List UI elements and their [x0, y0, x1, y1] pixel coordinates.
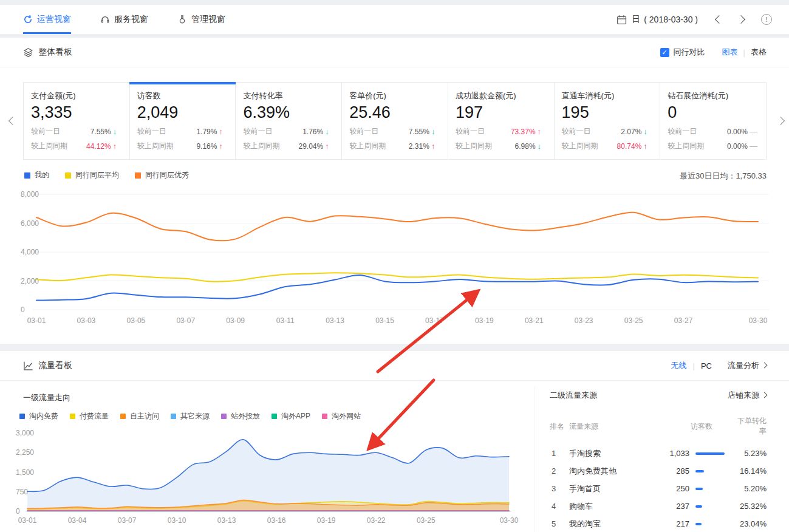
compare-value: 80.74%	[617, 142, 642, 151]
svg-text:0: 0	[16, 507, 20, 516]
row-visitors: 250	[649, 484, 689, 493]
metric-title: 访客数	[137, 90, 228, 101]
operation-view-icon	[23, 15, 33, 24]
date-granularity[interactable]: 日	[632, 14, 640, 25]
svg-text:3,000: 3,000	[16, 429, 34, 437]
legend-item-peer-avg[interactable]: 同行同层平均	[65, 170, 119, 180]
tab-label: 运营视窗	[37, 14, 71, 25]
trend-arrow-icon: ↑	[643, 142, 652, 151]
svg-text:03-23: 03-23	[575, 316, 593, 325]
row-rank: 3	[550, 484, 569, 493]
visitors-bar	[695, 505, 702, 508]
tab-operation-view[interactable]: 运营视窗	[23, 5, 71, 34]
metric-card-diamond[interactable]: 钻石展位消耗(元) 0 较前一日0.00%— 较上周同期0.00%—	[660, 83, 766, 159]
legend-swatch	[65, 172, 71, 179]
row-visitors: 237	[649, 502, 689, 511]
metric-card-refund[interactable]: 成功退款金额(元) 197 较前一日73.37%↑ 较上周同期6.98%↓	[448, 83, 555, 159]
legend-item-taonei-free[interactable]: 淘内免费	[19, 411, 58, 421]
svg-text:2,250: 2,250	[16, 448, 34, 457]
tab-management-view[interactable]: 管理视窗	[177, 5, 225, 34]
metric-card-conversion[interactable]: 支付转化率 6.39% 较前一日1.76%↓ 较上周同期29.04%↑	[236, 83, 342, 159]
table-row[interactable]: 4 购物车 237 25.32%	[550, 497, 767, 515]
table-row[interactable]: 5 我的淘宝 217 23.04%	[550, 515, 767, 532]
table-row[interactable]: 3 手淘首页 250 5.20%	[550, 480, 767, 497]
sources-table-body: 1 手淘搜索 1,033 5.23% 2 淘内免费其他 285 16.14% 3…	[550, 445, 767, 532]
row-rank: 4	[550, 502, 569, 511]
table-row[interactable]: 2 淘内免费其他 285 16.14%	[550, 462, 767, 480]
traffic-analysis-link[interactable]: 流量分析	[728, 360, 767, 371]
compare-label: 较上周同期	[243, 141, 279, 151]
30day-average-note: 最近30日日均：1,750.33	[680, 171, 767, 182]
legend-label: 其它来源	[180, 411, 210, 421]
trend-arrow-icon: ↑	[538, 127, 547, 136]
selected-date[interactable]: ( 2018-03-30 )	[644, 15, 698, 24]
overview-controls: ✓ 同行对比 图表 | 表格	[660, 47, 767, 58]
compare-value: 9.16%	[196, 142, 217, 151]
legend-item-taowai-web[interactable]: 淘外网站	[322, 411, 361, 421]
svg-text:03-07: 03-07	[118, 516, 137, 525]
date-controls: 日 ( 2018-03-30 ) !	[617, 5, 772, 34]
trend-arrow-icon: ↑	[113, 142, 122, 151]
tab-service-view[interactable]: 服务视窗	[100, 5, 148, 34]
row-source-name: 手淘搜索	[569, 448, 649, 459]
shop-source-link[interactable]: 店铺来源	[728, 390, 767, 401]
primary-traffic-trend-title: 一级流量走向	[23, 392, 70, 403]
svg-text:03-19: 03-19	[475, 316, 494, 325]
tab-label: 服务视窗	[114, 14, 148, 25]
metric-card-ztc[interactable]: 直通车消耗(元) 195 较前一日2.07%↓ 较上周同期80.74%↑	[555, 83, 661, 159]
metric-card-visitors[interactable]: 访客数 2,049 较前一日1.79%↑ 较上周同期9.16%↑	[130, 83, 236, 159]
metric-card-payment[interactable]: 支付金额(元) 3,335 较前一日7.55%↓ 较上周同期44.12%↑	[24, 83, 130, 159]
legend-item-other[interactable]: 其它来源	[171, 411, 210, 421]
legend-item-mine[interactable]: 我的	[24, 170, 49, 180]
tab-pc[interactable]: PC	[701, 361, 712, 370]
legend-swatch	[135, 172, 141, 179]
metric-title: 客单价(元)	[349, 90, 440, 101]
calendar-icon[interactable]	[617, 15, 627, 25]
next-day-button[interactable]	[738, 16, 744, 22]
visitors-bar	[695, 523, 702, 525]
cards-scroll-left-button[interactable]	[10, 115, 16, 126]
metric-card-aov[interactable]: 客单价(元) 25.46 较前一日7.55%↓ 较上周同期2.31%↑	[342, 83, 448, 159]
peer-compare-checkbox[interactable]: ✓	[660, 48, 669, 57]
legend-item-offsite[interactable]: 站外投放	[221, 411, 260, 421]
legend-item-taowai-app[interactable]: 淘外APP	[272, 411, 310, 421]
svg-text:0: 0	[21, 305, 25, 314]
legend-item-paid[interactable]: 付费流量	[70, 411, 109, 421]
legend-label: 付费流量	[80, 411, 109, 421]
legend-item-peer-best[interactable]: 同行同层优秀	[135, 170, 189, 180]
legend-item-direct[interactable]: 自主访问	[120, 411, 159, 421]
legend-label: 淘内免费	[29, 411, 58, 421]
row-conversion: 23.04%	[733, 519, 767, 528]
prev-day-button[interactable]	[716, 16, 722, 22]
trend-arrow-icon: ↓	[325, 127, 334, 136]
view-separator: |	[743, 48, 745, 57]
legend-label: 淘外APP	[281, 411, 310, 421]
metric-title: 钻石展位消耗(元)	[668, 90, 759, 101]
legend-swatch	[24, 172, 30, 179]
svg-text:03-04: 03-04	[68, 516, 87, 525]
info-icon[interactable]: !	[761, 14, 772, 25]
compare-label: 较上周同期	[562, 141, 598, 151]
row-rank: 5	[550, 519, 569, 528]
visitors-bar	[695, 470, 704, 472]
compare-label: 较前一日	[349, 126, 378, 137]
metric-value: 3,335	[31, 103, 122, 122]
tab-wireless[interactable]: 无线	[671, 360, 687, 371]
metric-value: 0	[668, 103, 759, 122]
trend-arrow-icon: ↑	[219, 142, 228, 151]
compare-label: 较上周同期	[31, 141, 67, 151]
compare-value: 7.55%	[409, 128, 429, 136]
tab-separator: |	[693, 361, 695, 370]
traffic-chart-legend: 淘内免费 付费流量 自主访问 其它来源 站外投放 淘外APP 淘外网站	[19, 411, 372, 421]
compare-value: 73.37%	[511, 128, 536, 136]
view-chart-toggle[interactable]: 图表	[722, 47, 738, 58]
table-row[interactable]: 1 手淘搜索 1,033 5.23%	[550, 445, 767, 462]
svg-text:03-10: 03-10	[168, 516, 186, 525]
row-conversion: 25.32%	[733, 502, 767, 511]
col-source: 流量来源	[569, 421, 649, 432]
row-conversion: 5.20%	[733, 484, 767, 493]
cards-scroll-right-button[interactable]	[777, 115, 784, 126]
trend-arrow-icon: —	[750, 142, 759, 151]
svg-text:03-13: 03-13	[326, 316, 344, 325]
view-table-toggle[interactable]: 表格	[751, 47, 767, 58]
